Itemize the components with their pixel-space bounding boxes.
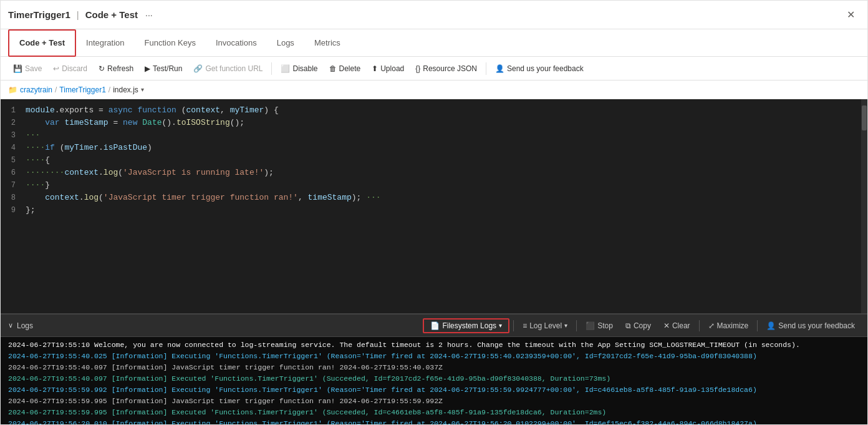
breadcrumb-file: index.js: [113, 85, 138, 94]
editor-scrollbar[interactable]: [861, 99, 867, 313]
play-icon: ▶: [145, 64, 150, 73]
code-line-6: 6 ········context.log('JavaScript is run…: [1, 167, 867, 179]
logs-content[interactable]: 2024-06-27T19:55:10 Welcome, you are now…: [1, 337, 867, 424]
title-more-options[interactable]: ···: [143, 7, 155, 22]
logs-header: ∨ Logs 📄 Filesystem Logs ▾ ≡ Log Level ▾…: [1, 315, 867, 337]
tab-invocations[interactable]: Invocations: [206, 29, 267, 57]
code-line-1: 1 module.exports = async function (conte…: [1, 104, 867, 117]
resource-json-button[interactable]: {} Resource JSON: [410, 62, 482, 76]
breadcrumb-function[interactable]: TimerTrigger1: [59, 85, 105, 94]
logs-toggle-arrow[interactable]: ∨: [8, 321, 13, 330]
log-level-button[interactable]: ≡ Log Level ▾: [518, 320, 572, 332]
code-line-4: 4 ····if (myTimer.isPastDue): [1, 142, 867, 154]
nav-tabs: Code + Test Integration Function Keys In…: [1, 29, 867, 57]
logs-panel: ∨ Logs 📄 Filesystem Logs ▾ ≡ Log Level ▾…: [1, 313, 867, 424]
title-separator: |: [77, 9, 79, 20]
save-button[interactable]: 💾 Save: [8, 62, 47, 76]
title-bar: TimerTrigger1 | Code + Test ··· ✕: [1, 1, 867, 29]
logs-sep-2: [576, 320, 577, 331]
copy-icon: ⧉: [625, 321, 631, 330]
title-bar-left: TimerTrigger1 | Code + Test ···: [8, 7, 155, 22]
delete-button[interactable]: 🗑 Delete: [324, 62, 366, 76]
clear-icon: ✕: [663, 321, 670, 330]
code-line-5: 5 ····{: [1, 154, 867, 167]
toolbar: 💾 Save ↩ Discard ↻ Refresh ▶ Test/Run 🔗 …: [1, 57, 867, 81]
logs-sep-3: [699, 320, 700, 331]
log-entry-1: 2024-06-27T19:55:40.025 [Information] Ex…: [1, 351, 867, 362]
log-entry-4: 2024-06-27T19:55:59.992 [Information] Ex…: [1, 384, 867, 396]
filesystem-logs-button[interactable]: 📄 Filesystem Logs ▾: [423, 318, 509, 333]
log-level-chevron-icon: ▾: [564, 322, 567, 329]
feedback-button-toolbar[interactable]: 👤 Send us your feedback: [490, 62, 589, 76]
filesystem-chevron-icon: ▾: [499, 322, 502, 329]
code-line-8: 8 context.log('JavaScript timer trigger …: [1, 192, 867, 204]
link-icon: 🔗: [193, 64, 203, 73]
discard-icon: ↩: [53, 64, 59, 73]
copy-button[interactable]: ⧉ Copy: [620, 320, 656, 332]
tab-function-keys[interactable]: Function Keys: [135, 29, 206, 57]
save-icon: 💾: [13, 64, 22, 73]
app-window: TimerTrigger1 | Code + Test ··· ✕ Code +…: [0, 0, 868, 425]
discard-button[interactable]: ↩ Discard: [48, 62, 92, 76]
log-entry-0: 2024-06-27T19:55:10 Welcome, you are now…: [1, 340, 867, 351]
filesystem-icon: 📄: [430, 321, 440, 330]
breadcrumb-dropdown-icon[interactable]: ▾: [141, 86, 144, 93]
json-icon: {}: [415, 64, 420, 73]
close-button[interactable]: ✕: [842, 6, 860, 23]
scrollbar-thumb: [862, 105, 867, 130]
log-entry-7: 2024-06-27T19:56:20.010 [Information] Ex…: [1, 418, 867, 424]
folder-icon: 📁: [8, 85, 17, 94]
breadcrumb-sep-2: /: [109, 85, 110, 94]
toolbar-sep-1: [271, 62, 272, 75]
disable-icon: ⬜: [281, 64, 290, 73]
upload-icon: ⬆: [372, 64, 378, 73]
clear-button[interactable]: ✕ Clear: [658, 320, 695, 332]
maximize-icon: ⤢: [708, 321, 715, 330]
page-title: Code + Test: [85, 9, 138, 20]
logs-header-right: 📄 Filesystem Logs ▾ ≡ Log Level ▾ ⬛ Stop…: [423, 318, 860, 333]
refresh-icon: ↻: [99, 64, 105, 73]
maximize-button[interactable]: ⤢ Maximize: [703, 320, 754, 332]
breadcrumb: 📁 crazytrain / TimerTrigger1 / index.js …: [1, 81, 867, 99]
breadcrumb-app[interactable]: crazytrain: [20, 85, 52, 94]
stop-icon: ⬛: [586, 321, 595, 330]
code-line-2: 2 var timeStamp = new Date().toISOString…: [1, 117, 867, 129]
log-entry-6: 2024-06-27T19:55:59.995 [Information] Ex…: [1, 407, 867, 418]
disable-button[interactable]: ⬜ Disable: [276, 62, 322, 76]
app-title: TimerTrigger1: [8, 9, 70, 20]
tab-logs[interactable]: Logs: [267, 29, 304, 57]
log-entry-2: 2024-06-27T19:55:40.097 [Information] Ja…: [1, 362, 867, 373]
tab-integration[interactable]: Integration: [76, 29, 134, 57]
code-line-9: 9 };: [1, 204, 867, 217]
refresh-button[interactable]: ↻ Refresh: [94, 62, 138, 76]
trash-icon: 🗑: [329, 64, 337, 73]
feedback-icon: 👤: [495, 64, 504, 73]
test-run-button[interactable]: ▶ Test/Run: [140, 62, 187, 76]
logs-label: Logs: [17, 321, 33, 330]
editor-area: 1 module.exports = async function (conte…: [1, 99, 867, 313]
code-line-3: 3 ···: [1, 129, 867, 142]
tab-code-test[interactable]: Code + Test: [8, 29, 76, 57]
log-entry-3: 2024-06-27T19:55:40.097 [Information] Ex…: [1, 373, 867, 384]
logs-header-left: ∨ Logs: [8, 321, 33, 330]
logs-sep-1: [513, 320, 514, 331]
logs-feedback-button[interactable]: 👤 Send us your feedback: [761, 320, 860, 332]
code-editor[interactable]: 1 module.exports = async function (conte…: [1, 99, 867, 313]
toolbar-sep-2: [486, 62, 486, 75]
code-line-7: 7 ····}: [1, 179, 867, 192]
log-entry-5: 2024-06-27T19:55:59.995 [Information] Ja…: [1, 396, 867, 407]
logs-feedback-icon: 👤: [766, 321, 776, 330]
tab-metrics[interactable]: Metrics: [304, 29, 350, 57]
logs-sep-4: [757, 320, 758, 331]
log-level-icon: ≡: [523, 321, 527, 330]
get-function-url-button[interactable]: 🔗 Get function URL: [188, 62, 268, 76]
stop-button[interactable]: ⬛ Stop: [581, 320, 618, 332]
breadcrumb-sep-1: /: [55, 85, 57, 94]
upload-button[interactable]: ⬆ Upload: [367, 62, 409, 76]
